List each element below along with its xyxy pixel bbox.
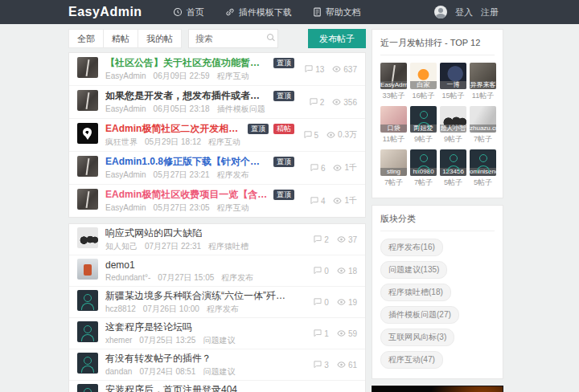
- top-poster-name: EasyAdmin: [380, 81, 407, 89]
- post-title-link[interactable]: demo1: [105, 259, 135, 271]
- post-avatar[interactable]: [77, 189, 98, 210]
- post-avatar[interactable]: [77, 227, 98, 248]
- top-poster[interactable]: zhuazu.cn 7帖子: [470, 106, 496, 147]
- top-poster-avatar[interactable]: 超人小智: [440, 106, 466, 133]
- post-category[interactable]: 程序发布: [217, 170, 249, 179]
- post-avatar[interactable]: [77, 321, 98, 342]
- post-category[interactable]: 程序互动: [208, 137, 240, 146]
- tab-my-posts[interactable]: 我的帖: [138, 29, 182, 48]
- top-poster[interactable]: ominisence 5帖子: [470, 149, 496, 190]
- post-row[interactable]: 【社区公告】关于社区充值功能暂停，充值请联系49007623 置顶 EasyAd…: [69, 53, 365, 86]
- category-tag[interactable]: 程序发布(16): [380, 239, 443, 256]
- post-title-link[interactable]: 如果您是开发者，想发布插件或者模板请联系49007623: [105, 89, 269, 103]
- post-row[interactable]: 这套程序是轻论坛吗 xhemer07月25日 13:25问题建议 1 59: [69, 318, 365, 349]
- post-category[interactable]: 程序猿吐槽: [208, 242, 248, 251]
- post-row[interactable]: EAdmin1.0.8修正版下载【针对个别空间无法安装情况】 置顶 EasyAd…: [69, 152, 365, 185]
- search-input[interactable]: [188, 29, 278, 48]
- post-row[interactable]: 有没有转发帖子的插件？ dandan07月24日 08:51问题建议 3 61: [69, 349, 365, 381]
- post-row[interactable]: 如果您是开发者，想发布插件或者模板请联系49007623 置顶 EasyAdmi…: [69, 86, 365, 119]
- post-avatar[interactable]: [77, 353, 98, 374]
- nav-item-downloads[interactable]: 插件模板下载: [225, 6, 292, 18]
- post-avatar[interactable]: [77, 259, 98, 280]
- top-poster-avatar[interactable]: zhuazu.cn: [470, 106, 496, 133]
- post-category[interactable]: 插件模板问题: [217, 104, 265, 113]
- post-row[interactable]: EAdmin极简社区收费项目一览【含超级会员权限介绍】 置顶 EasyAdmin…: [69, 185, 365, 217]
- user-avatar-icon[interactable]: [434, 6, 447, 18]
- top-poster[interactable]: 两妞爱 9帖子: [410, 106, 437, 147]
- post-author[interactable]: EasyAdmin: [105, 104, 146, 113]
- post-title-link[interactable]: EAdmin1.0.8修正版下载【针对个别空间无法安装情况】: [105, 155, 269, 169]
- post-avatar[interactable]: [77, 123, 98, 144]
- post-author[interactable]: Redundant°-: [105, 273, 150, 282]
- post-author[interactable]: EasyAdmin: [105, 71, 146, 80]
- top-poster-avatar[interactable]: 一博: [440, 63, 466, 89]
- top-poster-avatar[interactable]: 口袋: [380, 106, 407, 133]
- top-poster-avatar[interactable]: EasyAdmin: [380, 63, 407, 89]
- top-poster[interactable]: 口袋 11帖子: [380, 106, 407, 147]
- post-title-link[interactable]: EAdmin极简社区二次开发相关培训报名公开课教程（已完结）: [105, 122, 243, 136]
- login-link[interactable]: 登入: [455, 6, 473, 18]
- post-title-link[interactable]: 响应式网站的四大缺陷: [105, 227, 202, 240]
- top-poster[interactable]: EasyAdmin 33帖子: [380, 63, 407, 104]
- nav-item-label: 插件模板下载: [239, 6, 292, 18]
- top-poster[interactable]: 白家 16帖子: [410, 63, 437, 104]
- top-poster[interactable]: 异界来客 11帖子: [470, 63, 496, 104]
- post-row[interactable]: 安装程序后，首页注册登录404 yqsyh100807月23日 21:45程序互…: [69, 381, 365, 392]
- post-author[interactable]: 知人知己: [105, 242, 138, 251]
- post-title-link[interactable]: 新疆某边境多兵种联合演练“六位一体”歼灭暴恐分子: [105, 289, 294, 303]
- top-poster-avatar[interactable]: hx0980: [410, 149, 437, 176]
- post-author[interactable]: EasyAdmin: [105, 203, 146, 212]
- tab-all[interactable]: 全部: [68, 29, 104, 48]
- post-author[interactable]: xhemer: [105, 336, 132, 345]
- post-title-link[interactable]: 这套程序是轻论坛吗: [105, 321, 192, 334]
- category-tag[interactable]: 互联网风向标(3): [380, 329, 454, 346]
- post-avatar[interactable]: [77, 57, 98, 78]
- category-tag[interactable]: 插件模板问题(27): [380, 306, 459, 324]
- post-author[interactable]: EasyAdmin: [105, 170, 146, 179]
- post-author[interactable]: 疯狂世界: [105, 137, 138, 146]
- post-meta: EasyAdmin05月27日 23:21程序发布: [105, 169, 294, 181]
- top-poster-avatar[interactable]: 白家: [410, 63, 437, 89]
- register-link[interactable]: 注册: [481, 6, 499, 18]
- post-author[interactable]: hcz8812: [105, 304, 136, 313]
- top-poster-avatar[interactable]: sting: [380, 149, 407, 176]
- post-category[interactable]: 程序发布: [207, 304, 239, 313]
- create-post-button[interactable]: 发布帖子: [308, 29, 366, 48]
- top-poster[interactable]: hx0980 7帖子: [410, 149, 437, 190]
- post-avatar[interactable]: [77, 156, 98, 177]
- nav-item-home[interactable]: 首页: [173, 6, 204, 18]
- category-tag[interactable]: 程序猿吐槽(18): [380, 284, 451, 301]
- post-title-link[interactable]: 【社区公告】关于社区充值功能暂停，充值请联系49007623: [105, 56, 269, 70]
- hosting-ad-banner[interactable]: EA社区官方 推荐主机 CN2香港免备案主机 免备案 · 伪静态 · 速度快 ·…: [372, 386, 503, 392]
- top-poster[interactable]: 超人小智 9帖子: [440, 106, 466, 147]
- category-tag[interactable]: 问题建议(135): [380, 261, 447, 279]
- post-row[interactable]: 新疆某边境多兵种联合演练“六位一体”歼灭暴恐分子 hcz881207月26日 1…: [69, 287, 365, 318]
- post-category[interactable]: 程序互动: [217, 203, 249, 212]
- post-title-link[interactable]: 安装程序后，首页注册登录404: [105, 383, 237, 392]
- post-category[interactable]: 程序发布: [221, 273, 253, 282]
- top-poster[interactable]: 一博 15帖子: [440, 63, 466, 104]
- post-title-link[interactable]: EAdmin极简社区收费项目一览【含超级会员权限介绍】: [105, 188, 269, 202]
- post-category[interactable]: 程序互动: [217, 71, 249, 80]
- post-author[interactable]: dandan: [105, 367, 132, 376]
- nav-item-docs[interactable]: 帮助文档: [313, 6, 361, 18]
- post-avatar[interactable]: [77, 384, 98, 392]
- post-avatar[interactable]: [77, 290, 98, 311]
- post-category[interactable]: 问题建议: [203, 336, 235, 345]
- tab-featured[interactable]: 精帖: [104, 29, 138, 48]
- category-tag[interactable]: 程序互动(47): [380, 351, 443, 369]
- top-poster-count: 9帖子: [410, 134, 437, 145]
- top-poster[interactable]: sting 7帖子: [380, 149, 407, 190]
- top-poster-avatar[interactable]: 123456: [440, 149, 466, 176]
- site-logo[interactable]: EasyAdmin: [68, 5, 142, 19]
- top-poster[interactable]: 123456 5帖子: [440, 149, 466, 190]
- top-poster-avatar[interactable]: ominisence: [470, 149, 496, 176]
- post-title-link[interactable]: 有没有转发帖子的插件？: [105, 352, 211, 365]
- post-row[interactable]: 响应式网站的四大缺陷 知人知己07月27日 22:31程序猿吐槽 2 37: [69, 224, 365, 255]
- top-poster-avatar[interactable]: 两妞爱: [410, 106, 437, 133]
- post-row[interactable]: EAdmin极简社区二次开发相关培训报名公开课教程（已完结） 置顶精帖 疯狂世界…: [69, 119, 365, 152]
- top-poster-avatar[interactable]: 异界来客: [470, 63, 496, 89]
- post-category[interactable]: 问题建议: [203, 367, 235, 376]
- post-avatar[interactable]: [77, 90, 98, 111]
- post-row[interactable]: demo1 Redundant°-07月27日 15:05程序发布 0 18: [69, 255, 365, 287]
